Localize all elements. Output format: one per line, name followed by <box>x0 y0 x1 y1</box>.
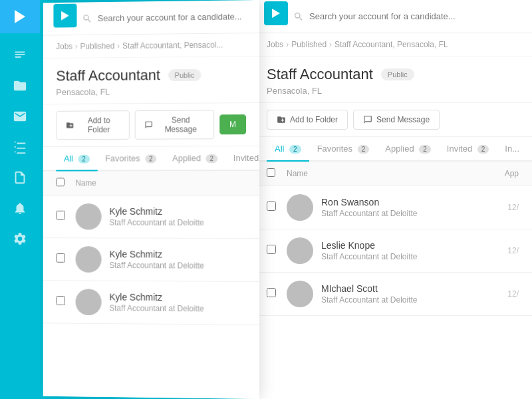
send-message-button-left[interactable]: Send Message <box>135 110 214 139</box>
candidate-title: Staff Accountant at Deloitte <box>321 295 507 305</box>
breadcrumb-left: Jobs › Published › Staff Accountant, Pen… <box>43 33 259 59</box>
candidates-table-right: Ron Swanson Staff Accountant at Deloitte… <box>253 186 532 399</box>
avatar <box>287 194 313 221</box>
sidebar-logo[interactable] <box>0 0 40 33</box>
breadcrumb-job-right: Staff Accountant, Pensacola, FL <box>334 40 448 49</box>
row-checkbox[interactable] <box>267 288 276 297</box>
sidebar <box>0 0 40 399</box>
job-location-left: Pensacola, FL <box>56 86 246 97</box>
col-name-header-right: Name <box>287 169 479 178</box>
tab-applied-right[interactable]: Applied 2 <box>377 137 439 162</box>
row-checkbox[interactable] <box>267 201 276 211</box>
candidate-title: Staff Accountant at Deloitte <box>109 218 246 227</box>
candidate-title: Staff Accountant at Deloitte <box>109 303 246 313</box>
row-checkbox[interactable] <box>56 296 65 305</box>
tab-favorites-badge-left: 2 <box>145 154 156 163</box>
tab-invited-left[interactable]: Invited 2 <box>225 146 259 171</box>
tab-all-badge-right: 2 <box>289 145 301 154</box>
candidate-info: Kyle Schmitz Staff Accountant at Deloitt… <box>109 206 246 227</box>
candidate-name: MIchael Scott <box>321 283 507 294</box>
sidebar-item-document[interactable] <box>0 162 40 193</box>
add-folder-button-left[interactable]: Add to Folder <box>56 110 130 140</box>
tab-all-right[interactable]: All 2 <box>267 137 309 162</box>
candidates-table-left: Kyle Schmitz Staff Accountant at Deloitt… <box>43 196 259 399</box>
breadcrumb-arrow-3: › <box>286 40 289 49</box>
tab-invited-right[interactable]: Invited 2 <box>439 137 497 162</box>
tab-invited-badge-right: 2 <box>477 145 489 154</box>
sidebar-item-settings[interactable] <box>0 223 40 254</box>
table-row[interactable]: MIchael Scott Staff Accountant at Deloit… <box>253 273 532 316</box>
candidate-info: Kyle Schmitz Staff Accountant at Deloitt… <box>109 249 246 271</box>
table-row[interactable]: Kyle Schmitz Staff Accountant at Deloitt… <box>43 238 259 282</box>
candidate-name: Kyle Schmitz <box>109 292 246 303</box>
candidate-info: Ron Swanson Staff Accountant at Deloitte <box>321 197 507 218</box>
more-button-left[interactable]: M <box>219 114 246 134</box>
tab-all-left[interactable]: All 2 <box>56 147 97 172</box>
add-folder-button-right[interactable]: Add to Folder <box>267 110 348 130</box>
chat-icon-left <box>145 120 153 130</box>
tabs-right: All 2 Favorites 2 Applied 2 Invited 2 In… <box>253 137 532 162</box>
search-icon-left <box>82 13 92 24</box>
action-bar-left: Add to Folder Send Message M <box>43 103 259 147</box>
job-title-right: Staff Accountant <box>267 66 373 83</box>
action-bar-right: Add to Folder Send Message <box>253 103 532 137</box>
tab-applied-left[interactable]: Applied 2 <box>164 146 225 171</box>
breadcrumb-published-left[interactable]: Published <box>80 41 115 51</box>
table-row[interactable]: Kyle Schmitz Staff Accountant at Deloitt… <box>43 196 259 239</box>
table-row[interactable]: Kyle Schmitz Staff Accountant at Deloitt… <box>43 281 259 325</box>
search-bar-left <box>43 0 259 36</box>
table-row[interactable]: Ron Swanson Staff Accountant at Deloitte… <box>253 186 532 229</box>
avatar <box>76 289 102 315</box>
avatar <box>76 203 102 230</box>
sidebar-item-folder[interactable] <box>0 70 40 101</box>
row-checkbox[interactable] <box>267 245 276 254</box>
candidate-name: Ron Swanson <box>321 197 507 207</box>
select-all-checkbox-left[interactable] <box>56 178 65 186</box>
public-badge-left: Public <box>168 69 201 81</box>
folder-plus-icon-right <box>277 115 286 124</box>
panels-wrapper: Jobs › Published › Staff Accountant, Pen… <box>40 0 532 399</box>
breadcrumb-arrow-2: › <box>117 41 120 51</box>
search-input-right[interactable] <box>309 11 521 21</box>
candidate-date: 12/ <box>507 203 519 212</box>
select-all-checkbox-right[interactable] <box>267 168 275 177</box>
sidebar-item-mail[interactable] <box>0 101 40 132</box>
tab-applied-badge-left: 2 <box>206 154 217 163</box>
breadcrumb-job-left: Staff Accountant, Pensacol... <box>122 41 223 51</box>
candidate-info: MIchael Scott Staff Accountant at Deloit… <box>321 283 507 305</box>
tab-inprogress-right[interactable]: In... <box>497 137 527 162</box>
logo-right <box>264 1 288 25</box>
candidate-title: Staff Accountant at Deloitte <box>321 209 507 218</box>
sidebar-item-news[interactable] <box>0 40 40 70</box>
row-checkbox[interactable] <box>56 211 65 220</box>
send-message-button-right[interactable]: Send Message <box>353 110 440 130</box>
breadcrumb-arrow-4: › <box>329 40 332 49</box>
panel-left: Jobs › Published › Staff Accountant, Pen… <box>43 0 259 399</box>
table-row[interactable]: Leslie Knope Staff Accountant at Deloitt… <box>253 229 532 273</box>
tab-favorites-badge-right: 2 <box>358 145 370 154</box>
candidate-info: Leslie Knope Staff Accountant at Deloitt… <box>321 240 507 261</box>
candidate-title: Staff Accountant at Deloitte <box>321 252 507 261</box>
tab-applied-badge-right: 2 <box>419 145 431 154</box>
tab-favorites-right[interactable]: Favorites 2 <box>309 137 378 162</box>
breadcrumb-jobs-right[interactable]: Jobs <box>267 40 283 49</box>
play-icon <box>15 10 25 23</box>
job-header-left: Staff Accountant Public Pensacola, FL <box>43 57 259 104</box>
search-input-left[interactable] <box>98 11 249 23</box>
row-checkbox[interactable] <box>56 253 65 263</box>
sidebar-item-bell[interactable] <box>0 193 40 223</box>
table-header-right: Name App <box>253 162 532 186</box>
avatar <box>287 281 313 307</box>
candidate-date: 12/ <box>507 246 519 255</box>
play-icon-right <box>272 9 280 18</box>
candidate-info: Kyle Schmitz Staff Accountant at Deloitt… <box>109 292 246 314</box>
breadcrumb-right: Jobs › Published › Staff Accountant, Pen… <box>253 33 532 57</box>
breadcrumb-arrow-1: › <box>75 42 78 51</box>
breadcrumb-jobs-left[interactable]: Jobs <box>56 42 72 51</box>
chat-icon-right <box>363 115 372 124</box>
tab-favorites-left[interactable]: Favorites 2 <box>97 146 164 171</box>
sidebar-item-list[interactable] <box>0 132 40 162</box>
breadcrumb-published-right[interactable]: Published <box>291 40 327 49</box>
job-title-left: Staff Accountant <box>56 66 160 84</box>
col-name-header-left: Name <box>76 178 246 188</box>
